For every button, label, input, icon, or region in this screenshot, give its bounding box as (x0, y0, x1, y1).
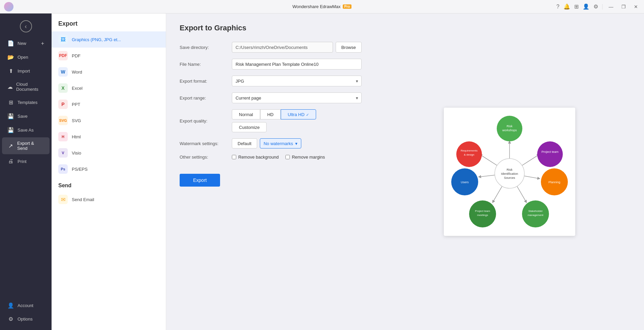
export-item-svg[interactable]: SVG SVG (52, 112, 166, 129)
svg-text:Risk: Risk (507, 125, 513, 128)
svg-text:workshops: workshops (502, 129, 517, 132)
minimize-btn[interactable]: — (607, 3, 615, 10)
quality-group: Normal HD Ultra HD (232, 109, 362, 119)
watermark-selected[interactable]: No watermarks ▾ (260, 138, 301, 148)
sidebar-item-open[interactable]: 📂 Open (2, 51, 50, 64)
other-settings-row: Other settings: Remove background Remove… (180, 155, 362, 160)
watermark-label: Watermark settings: (180, 141, 232, 146)
save-directory-label: Save directory: (180, 45, 232, 50)
export-item-excel[interactable]: X Excel (52, 80, 166, 96)
export-item-pseps-label: PS/EPS (72, 167, 88, 172)
export-item-svg-label: SVG (72, 118, 81, 123)
sidebar-item-account-label: Account (18, 303, 33, 308)
export-item-word-label: Word (72, 70, 82, 75)
watermark-dropdown-icon: ▾ (295, 141, 298, 146)
export-item-word[interactable]: W Word (52, 64, 166, 80)
export-button[interactable]: Export (180, 174, 220, 187)
import-icon: ⬆ (7, 68, 14, 74)
file-name-control (232, 59, 362, 70)
send-item-email[interactable]: ✉ Send Email (52, 191, 166, 208)
sidebar-item-import-label: Import (18, 68, 30, 74)
export-quality-label: Export quality: (180, 118, 232, 123)
word-icon: W (58, 67, 68, 77)
settings-icon[interactable]: ⚙ (593, 3, 598, 10)
sidebar-item-import[interactable]: ⬆ Import (2, 64, 50, 78)
preview-card: Risk Identification Sources Risk worksho… (444, 108, 575, 236)
help-icon[interactable]: ? (556, 4, 559, 10)
titlebar-title: Wondershare EdrawMax Pro (293, 4, 352, 9)
export-range-row: Export range: Current page All pages Sel… (180, 92, 362, 103)
excel-icon: X (58, 83, 68, 93)
sidebar-item-export-label: Export & Send (17, 141, 44, 151)
new-icon: 📄 (7, 40, 14, 47)
main-content: Export to Graphics Save directory: Brows… (166, 13, 644, 330)
sidebar-item-new[interactable]: 📄 New + (2, 37, 50, 50)
sidebar-item-print-label: Print (18, 159, 27, 164)
svg-text:Project team: Project team (542, 150, 559, 154)
ps-icon: Ps (58, 164, 68, 174)
export-format-select[interactable]: JPG PNG GIF BMP (232, 76, 362, 86)
share-icon[interactable]: 👤 (583, 3, 589, 10)
save-icon: 💾 (7, 113, 14, 119)
svg-text:meetings: meetings (477, 214, 488, 217)
back-button[interactable]: ‹ (0, 16, 52, 36)
quality-normal-btn[interactable]: Normal (232, 109, 260, 119)
quality-ultrahd-btn[interactable]: Ultra HD (281, 109, 316, 119)
ppt-icon: P (58, 100, 68, 109)
avatar[interactable] (4, 2, 13, 11)
export-format-row: Export format: JPG PNG GIF BMP (180, 76, 362, 86)
svg-text:Project team: Project team (475, 210, 490, 213)
export-item-html-label: Html (72, 134, 81, 139)
account-icon: 👤 (7, 302, 14, 309)
export-range-control: Current page All pages Selected objects (232, 92, 362, 103)
quality-hd-btn[interactable]: HD (260, 109, 281, 119)
svg-point-17 (537, 141, 563, 167)
apps-icon[interactable]: ⊞ (574, 3, 579, 10)
svg-text:management: management (528, 214, 544, 217)
visio-icon: V (58, 148, 68, 158)
print-icon: 🖨 (7, 158, 14, 164)
sidebar-item-cloud[interactable]: ☁ Cloud Documents (2, 78, 50, 95)
sidebar-item-account[interactable]: 👤 Account (2, 299, 50, 312)
export-item-visio[interactable]: V Visio (52, 145, 166, 161)
maximize-btn[interactable]: ❐ (619, 3, 628, 10)
remove-margins-label[interactable]: Remove margins (285, 155, 325, 160)
customize-btn[interactable]: Customize (232, 122, 267, 132)
sidebar-item-saveas-label: Save As (18, 128, 34, 133)
sidebar-item-templates-label: Templates (18, 100, 37, 105)
notification-icon[interactable]: 🔔 (563, 3, 570, 10)
file-name-input[interactable] (232, 59, 362, 70)
export-range-select[interactable]: Current page All pages Selected objects (232, 92, 362, 103)
browse-button[interactable]: Browse (336, 42, 362, 53)
options-icon: ⚙ (7, 316, 14, 322)
sidebar-item-saveas[interactable]: 💾 Save As (2, 123, 50, 137)
export-item-graphics[interactable]: 🖼 Graphics (PNG, JPG et... (52, 31, 166, 48)
remove-background-checkbox[interactable] (232, 155, 236, 159)
sidebar-item-export[interactable]: ↗ Export & Send (2, 137, 50, 154)
preview-area: Risk Identification Sources Risk worksho… (375, 13, 644, 330)
export-item-html[interactable]: H Html (52, 129, 166, 145)
export-quality-row: Export quality: Normal HD Ultra HD Custo… (180, 109, 362, 132)
svg-text:Users: Users (461, 181, 469, 184)
back-icon: ‹ (25, 23, 27, 30)
diagram-svg: Risk Identification Sources Risk worksho… (447, 111, 572, 232)
close-btn[interactable]: ✕ (632, 3, 640, 10)
sidebar-item-options[interactable]: ⚙ Options (2, 312, 50, 326)
pdf-icon: PDF (58, 51, 68, 60)
export-item-pseps[interactable]: Ps PS/EPS (52, 161, 166, 177)
remove-background-label[interactable]: Remove background (232, 155, 279, 160)
save-directory-input[interactable] (232, 42, 333, 53)
send-header: Send (52, 177, 166, 191)
export-icon: ↗ (7, 143, 14, 149)
export-quality-control: Normal HD Ultra HD Customize (232, 109, 362, 132)
export-item-ppt[interactable]: P PPT (52, 96, 166, 112)
pro-badge: Pro (343, 4, 352, 9)
sidebar-item-print[interactable]: 🖨 Print (2, 155, 50, 168)
export-item-pdf[interactable]: PDF PDF (52, 48, 166, 64)
other-settings-label: Other settings: (180, 155, 232, 160)
watermark-default-btn[interactable]: Default (232, 138, 257, 148)
svg-text:& design: & design (464, 153, 474, 156)
remove-margins-checkbox[interactable] (285, 155, 290, 159)
sidebar-item-save[interactable]: 💾 Save (2, 110, 50, 123)
sidebar-item-templates[interactable]: ⊞ Templates (2, 96, 50, 109)
